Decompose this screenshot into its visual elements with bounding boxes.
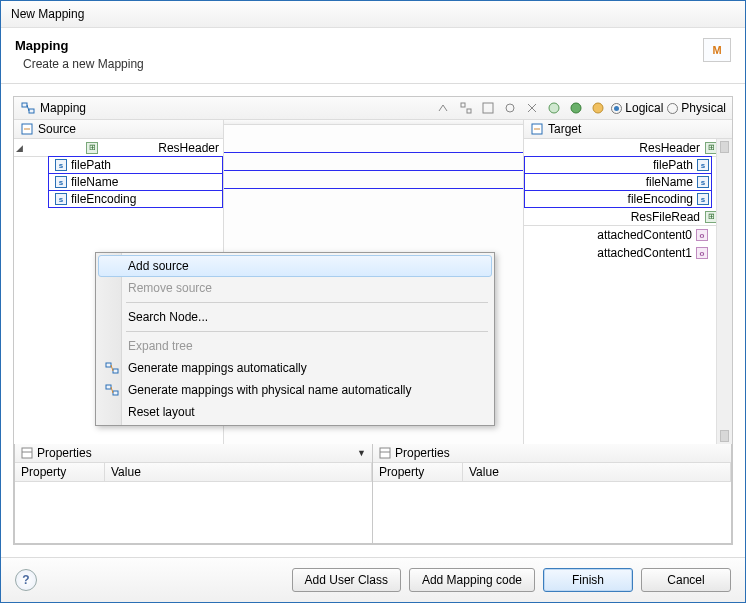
mapping-toolbar: Mapping Logical	[14, 97, 732, 120]
toolbar-btn-5[interactable]	[523, 99, 541, 117]
source-header: Source	[14, 120, 223, 139]
svg-rect-19	[106, 385, 111, 389]
menu-item-label: Generate mappings with physical name aut…	[128, 383, 411, 397]
context-menu: Add source Remove source Search Node... …	[95, 252, 495, 426]
col-property[interactable]: Property	[15, 463, 105, 482]
target-field-row[interactable]: fileEncoding s	[524, 190, 712, 208]
target-tab-icon	[530, 122, 544, 136]
toolbar-btn-7[interactable]	[567, 99, 585, 117]
toolbar-btn-1[interactable]	[435, 99, 453, 117]
properties-right-columns: Property Value	[373, 463, 731, 482]
target-group-row[interactable]: ResFileRead ⊞ ◢	[524, 208, 732, 226]
col-property[interactable]: Property	[373, 463, 463, 482]
svg-rect-3	[461, 103, 465, 107]
svg-rect-0	[22, 103, 27, 107]
properties-right-title: Properties	[395, 446, 450, 460]
menu-generate-mappings-physical[interactable]: Generate mappings with physical name aut…	[98, 379, 492, 401]
mapping-section-icon	[20, 100, 36, 116]
properties-menu-icon[interactable]: ▼	[357, 448, 366, 458]
mapping-connection[interactable]	[224, 188, 523, 189]
scrollbar[interactable]	[716, 139, 732, 444]
target-field-row[interactable]: filePath s	[524, 156, 712, 174]
toolbar-btn-3[interactable]	[479, 99, 497, 117]
svg-rect-4	[467, 109, 471, 113]
svg-line-18	[111, 365, 113, 371]
footer: ? Add User Class Add Mapping code Finish…	[1, 557, 745, 602]
source-field-label: fileEncoding	[71, 192, 136, 206]
source-title: Source	[38, 122, 76, 136]
col-value[interactable]: Value	[105, 463, 372, 482]
target-field-label: fileName	[646, 175, 693, 189]
mapping-section-label: Mapping	[40, 101, 86, 115]
properties-left-header: Properties ▼	[15, 444, 372, 463]
source-field-row[interactable]: s fileEncoding	[48, 190, 223, 208]
target-pane: Target ResHeader ⊞ ◢ filePath s	[523, 120, 732, 444]
source-field-label: fileName	[71, 175, 118, 189]
svg-rect-5	[483, 103, 493, 113]
string-type-icon: s	[55, 193, 67, 205]
col-value[interactable]: Value	[463, 463, 731, 482]
toolbar-btn-4[interactable]	[501, 99, 519, 117]
properties-left: Properties ▼ Property Value	[14, 444, 373, 544]
add-mapping-code-button[interactable]: Add Mapping code	[409, 568, 535, 592]
radio-logical[interactable]: Logical	[611, 101, 663, 115]
toolbar-btn-6[interactable]	[545, 99, 563, 117]
menu-reset-layout[interactable]: Reset layout	[98, 401, 492, 423]
page-title: Mapping	[15, 38, 144, 53]
menu-remove-source: Remove source	[98, 277, 492, 299]
expand-icon[interactable]: ◢	[16, 143, 26, 153]
target-field-label: attachedContent0	[597, 228, 692, 242]
svg-point-8	[571, 103, 581, 113]
toolbar-btn-8[interactable]	[589, 99, 607, 117]
source-field-row[interactable]: s filePath	[48, 156, 223, 174]
properties-right-body[interactable]	[373, 482, 731, 543]
menu-separator	[126, 331, 488, 332]
target-title: Target	[548, 122, 581, 136]
target-group-row[interactable]: ResHeader ⊞ ◢	[524, 139, 732, 157]
object-type-icon: o	[696, 229, 708, 241]
radio-dot-icon	[667, 103, 678, 114]
finish-button[interactable]: Finish	[543, 568, 633, 592]
help-button[interactable]: ?	[15, 569, 37, 591]
svg-rect-1	[29, 109, 34, 113]
radio-physical[interactable]: Physical	[667, 101, 726, 115]
cancel-button[interactable]: Cancel	[641, 568, 731, 592]
svg-rect-14	[380, 448, 390, 458]
svg-rect-16	[106, 363, 111, 367]
mapping-connection[interactable]	[224, 152, 523, 153]
source-root-row[interactable]: ◢ ⊞ ResHeader	[14, 139, 223, 157]
menu-expand-tree: Expand tree	[98, 335, 492, 357]
toolbar-btn-2[interactable]	[457, 99, 475, 117]
menu-item-label: Remove source	[128, 281, 212, 295]
source-root-label: ResHeader	[158, 141, 219, 155]
menu-item-label: Add source	[128, 259, 189, 273]
generate-icon	[104, 360, 120, 376]
menu-add-source[interactable]: Add source	[98, 255, 492, 277]
string-type-icon: s	[55, 159, 67, 171]
window: New Mapping Mapping Create a new Mapping…	[0, 0, 746, 603]
target-body[interactable]: ResHeader ⊞ ◢ filePath s fileName s	[524, 139, 732, 444]
radio-dot-icon	[611, 103, 622, 114]
struct-icon: ⊞	[85, 141, 99, 155]
header-text: Mapping Create a new Mapping	[15, 38, 144, 71]
add-user-class-button[interactable]: Add User Class	[292, 568, 401, 592]
target-field-label: fileEncoding	[628, 192, 693, 206]
menu-search-node[interactable]: Search Node...	[98, 306, 492, 328]
properties-row: Properties ▼ Property Value	[14, 444, 732, 544]
properties-left-columns: Property Value	[15, 463, 372, 482]
properties-left-body[interactable]	[15, 482, 372, 543]
mapping-icon-letter: M	[712, 44, 721, 56]
svg-line-21	[111, 387, 113, 393]
svg-rect-17	[113, 369, 118, 373]
menu-item-label: Reset layout	[128, 405, 195, 419]
source-field-row[interactable]: s fileName	[48, 173, 223, 191]
target-field-row[interactable]: fileName s	[524, 173, 712, 191]
menu-generate-mappings[interactable]: Generate mappings automatically	[98, 357, 492, 379]
radio-logical-label: Logical	[625, 101, 663, 115]
properties-icon	[379, 447, 391, 459]
target-field-row[interactable]: attachedContent0 o	[524, 226, 732, 244]
mapping-connection[interactable]	[224, 170, 523, 171]
target-group-label: ResHeader	[639, 141, 700, 155]
svg-point-9	[593, 103, 603, 113]
target-field-row[interactable]: attachedContent1 o	[524, 244, 732, 262]
